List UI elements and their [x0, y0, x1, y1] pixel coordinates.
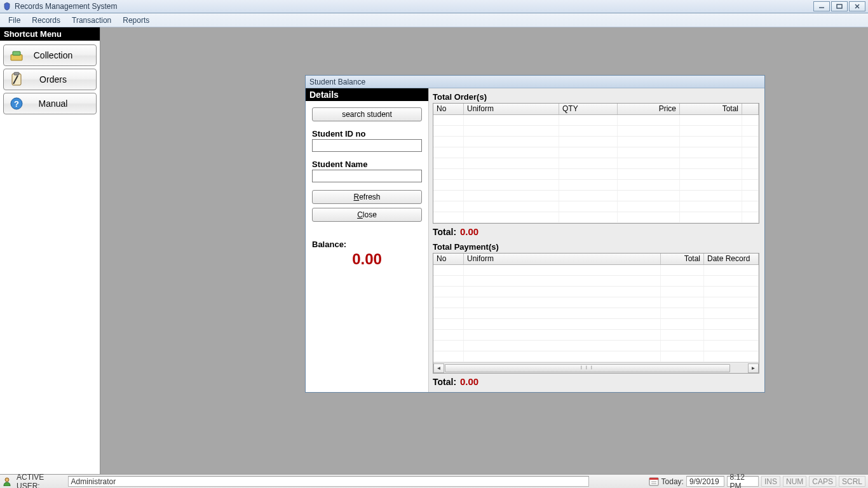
sidebar-item-collection[interactable]: Collection — [3, 44, 97, 66]
status-caps: CAPS — [809, 476, 836, 487]
refresh-button[interactable]: Refresh — [312, 190, 422, 204]
status-ins: INS — [761, 476, 780, 487]
col-date[interactable]: Date Record — [704, 254, 759, 264]
titlebar: Records Management System — [0, 0, 868, 13]
col-no[interactable]: No — [433, 104, 464, 114]
orders-total: Total: 0.00 — [433, 226, 759, 237]
sidebar-item-orders[interactable]: Orders — [3, 69, 97, 90]
child-window-student-balance: Student Balance Details search student S… — [305, 75, 765, 393]
status-scrl: SCRL — [839, 476, 865, 487]
col-total[interactable]: Total — [661, 254, 704, 264]
sidebar-item-manual[interactable]: ? Manual — [3, 93, 97, 114]
svg-text:?: ? — [14, 99, 19, 109]
sidebar-item-label: Collection — [29, 50, 96, 60]
calendar-icon — [649, 477, 659, 487]
col-no[interactable]: No — [433, 254, 464, 264]
status-date: 9/9/2019 — [686, 476, 724, 487]
manual-icon: ? — [4, 96, 29, 111]
search-student-button[interactable]: search student — [312, 107, 422, 121]
child-window-title: Student Balance — [306, 76, 764, 88]
collection-icon — [4, 48, 29, 62]
student-id-label: Student ID no — [312, 129, 422, 139]
menu-transaction[interactable]: Transaction — [66, 15, 117, 26]
payments-grid[interactable]: No Uniform Total Date Record — [433, 253, 759, 374]
sidebar-item-label: Orders — [29, 74, 96, 85]
payments-h-scrollbar[interactable]: ◄ ⠇⠇⠇ ► — [433, 362, 759, 373]
col-total[interactable]: Total — [680, 104, 742, 114]
app-title: Records Management System — [15, 2, 117, 11]
svg-rect-1 — [837, 4, 842, 8]
close-button[interactable] — [849, 1, 865, 11]
status-bar: ACTIVE USER: Administrator Today: 9/9/20… — [0, 474, 868, 488]
student-name-label: Student Name — [312, 159, 422, 169]
minimize-button[interactable] — [813, 1, 830, 11]
user-icon — [3, 477, 11, 486]
active-user-label: ACTIVE USER: — [17, 473, 65, 489]
orders-icon — [4, 72, 29, 87]
maximize-button[interactable] — [831, 1, 848, 11]
svg-rect-7 — [14, 72, 19, 75]
student-id-input[interactable] — [312, 139, 422, 152]
mdi-canvas: Student Balance Details search student S… — [100, 27, 868, 474]
payments-total: Total: 0.00 — [433, 376, 759, 387]
menubar: File Records Transaction Reports — [0, 13, 868, 27]
col-qty[interactable]: QTY — [559, 104, 618, 114]
orders-grid[interactable]: No Uniform QTY Price Total — [433, 103, 759, 224]
app-icon — [3, 2, 11, 11]
details-panel: Details search student Student ID no Stu… — [306, 88, 429, 392]
sidebar: Shortcut Menu Collection Orders ? — [0, 27, 100, 474]
payments-title: Total Payment(s) — [433, 242, 759, 252]
details-header: Details — [306, 88, 428, 101]
scroll-thumb[interactable]: ⠇⠇⠇ — [445, 364, 730, 372]
status-num: NUM — [783, 476, 806, 487]
scroll-left-icon[interactable]: ◄ — [433, 363, 444, 373]
menu-reports[interactable]: Reports — [117, 15, 155, 26]
close-child-button[interactable]: Close — [312, 208, 422, 222]
orders-title: Total Order(s) — [433, 92, 759, 102]
menu-records[interactable]: Records — [26, 15, 66, 26]
status-time: 8:12 PM — [727, 476, 759, 487]
col-uniform[interactable]: Uniform — [464, 254, 661, 264]
active-user-value: Administrator — [68, 476, 589, 487]
svg-rect-12 — [649, 478, 658, 480]
menu-file[interactable]: File — [3, 15, 26, 26]
col-price[interactable]: Price — [618, 104, 680, 114]
svg-rect-5 — [13, 51, 20, 55]
balance-label: Balance: — [312, 240, 422, 249]
svg-point-10 — [5, 478, 9, 482]
today-label: Today: — [661, 477, 684, 486]
sidebar-header: Shortcut Menu — [0, 27, 100, 41]
student-name-input[interactable] — [312, 170, 422, 182]
sidebar-item-label: Manual — [29, 98, 96, 109]
balance-value: 0.00 — [312, 250, 422, 268]
col-uniform[interactable]: Uniform — [464, 104, 559, 114]
scroll-right-icon[interactable]: ► — [748, 363, 759, 373]
